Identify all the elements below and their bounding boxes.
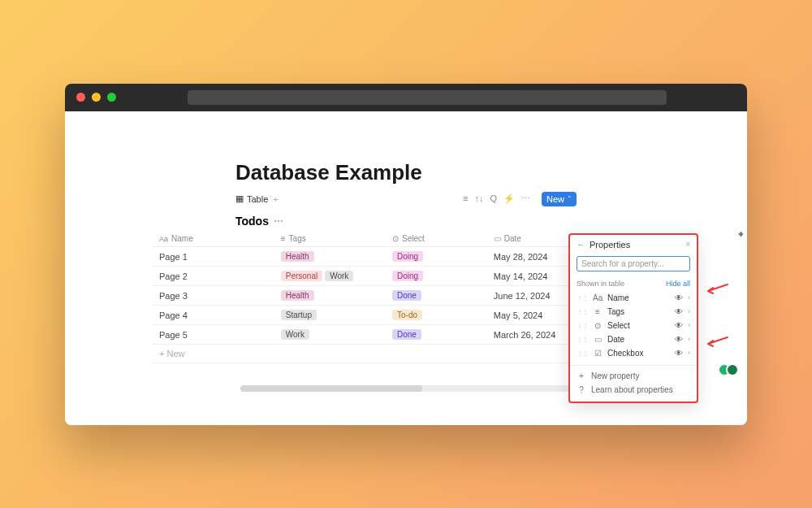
filter-icon[interactable]: ≡ <box>463 193 468 204</box>
select-pill[interactable]: Done <box>392 329 421 340</box>
drag-handle-icon[interactable]: ⋮⋮ <box>577 350 588 357</box>
cell-select[interactable]: Doing <box>386 267 487 286</box>
cell-name[interactable]: Page 1 <box>153 247 274 267</box>
col-date[interactable]: Date <box>504 234 521 243</box>
text-icon: Aa <box>159 235 168 243</box>
view-actions: ≡ ↑↓ Q ⚡ ⋯ <box>463 193 530 204</box>
help-icon: ? <box>577 385 586 394</box>
chevron-down-icon: ˅ <box>568 195 572 203</box>
chevron-right-icon[interactable]: › <box>688 321 690 329</box>
scrollbar-thumb[interactable] <box>240 385 422 392</box>
table-icon: ▦ <box>235 193 244 204</box>
titlebar <box>65 84 747 111</box>
property-row[interactable]: ⋮⋮▭Date👁› <box>570 332 697 346</box>
plus-icon: + <box>577 371 586 380</box>
database-more-icon[interactable]: ⋯ <box>274 215 283 227</box>
cell-select[interactable]: To-do <box>386 306 487 325</box>
avatar <box>726 363 739 376</box>
tab-table-label: Table <box>247 194 268 204</box>
select-pill[interactable]: To-do <box>392 310 422 320</box>
new-button[interactable]: New ˅ <box>542 192 577 206</box>
property-row[interactable]: ⋮⋮AaName👁› <box>570 291 697 305</box>
drag-handle-icon[interactable]: ⋮⋮ <box>577 294 588 302</box>
select-pill[interactable]: Doing <box>392 271 423 281</box>
sort-icon[interactable]: ↑↓ <box>474 193 483 204</box>
add-view-button[interactable]: + <box>273 194 278 204</box>
window-close-button[interactable] <box>76 93 85 102</box>
tag-pill[interactable]: Health <box>281 251 314 262</box>
col-select[interactable]: Select <box>402 234 425 243</box>
tab-table[interactable]: ▦ Table <box>235 193 268 204</box>
property-label: Date <box>607 335 670 344</box>
presence-avatars[interactable] <box>723 363 739 376</box>
new-button-label: New <box>546 194 564 204</box>
horizontal-scrollbar[interactable] <box>240 385 572 392</box>
chevron-right-icon[interactable]: › <box>688 335 690 343</box>
cell-tags[interactable]: Work <box>274 325 386 345</box>
view-toolbar: ▦ Table + ≡ ↑↓ Q ⚡ ⋯ New ˅ <box>65 185 747 206</box>
property-type-icon: ☑ <box>593 349 603 358</box>
window-zoom-button[interactable] <box>107 93 116 102</box>
visibility-toggle-icon[interactable]: 👁 <box>675 335 683 344</box>
cell-select[interactable]: Doing <box>386 247 487 267</box>
close-icon[interactable]: × <box>685 240 690 249</box>
cell-name[interactable]: Page 2 <box>153 267 274 286</box>
property-type-icon: Aa <box>593 293 603 302</box>
cell-select[interactable]: Done <box>386 325 487 345</box>
property-type-icon: ▭ <box>593 335 603 344</box>
properties-panel: ← Properties × Search for a property... … <box>568 233 698 403</box>
visibility-toggle-icon[interactable]: 👁 <box>675 293 683 302</box>
property-type-icon: ≡ <box>593 307 603 316</box>
property-label: Select <box>607 321 670 330</box>
window-minimize-button[interactable] <box>92 93 101 102</box>
visibility-toggle-icon[interactable]: 👁 <box>675 307 683 316</box>
property-label: Tags <box>607 307 670 316</box>
col-tags[interactable]: Tags <box>289 234 306 243</box>
multiselect-icon: ≡ <box>281 234 286 243</box>
cell-tags[interactable]: Health <box>274 286 386 306</box>
chevron-right-icon[interactable]: › <box>688 349 690 357</box>
select-pill[interactable]: Done <box>392 290 421 301</box>
col-name[interactable]: Name <box>171 234 193 243</box>
cell-name[interactable]: Page 5 <box>153 325 274 345</box>
property-row[interactable]: ⋮⋮≡Tags👁› <box>570 305 697 319</box>
property-label: Checkbox <box>607 349 670 358</box>
property-search-input[interactable]: Search for a property... <box>577 256 690 271</box>
visibility-toggle-icon[interactable]: 👁 <box>675 349 683 358</box>
tag-pill[interactable]: Work <box>325 271 353 281</box>
property-row[interactable]: ⋮⋮☑Checkbox👁› <box>570 346 697 360</box>
back-icon[interactable]: ← <box>577 240 585 249</box>
more-icon[interactable]: ⋯ <box>521 193 530 204</box>
database-title[interactable]: Todos <box>235 215 269 228</box>
zap-icon[interactable]: ⚡ <box>503 193 515 204</box>
tag-pill[interactable]: Health <box>281 290 314 301</box>
cell-select[interactable]: Done <box>386 286 487 306</box>
cell-tags[interactable]: Startup <box>274 306 386 325</box>
cell-name[interactable]: Page 3 <box>153 286 274 306</box>
select-pill[interactable]: Doing <box>392 251 423 262</box>
cell-name[interactable]: Page 4 <box>153 306 274 325</box>
tag-pill[interactable]: Personal <box>281 271 322 281</box>
app-window: Database Example ▦ Table + ≡ ↑↓ Q ⚡ ⋯ Ne… <box>65 84 747 425</box>
visibility-toggle-icon[interactable]: 👁 <box>675 321 683 330</box>
cell-tags[interactable]: PersonalWork <box>274 267 386 286</box>
drag-handle-icon[interactable]: ⋮⋮ <box>577 308 588 315</box>
drag-handle-icon[interactable]: ⋮⋮ <box>577 336 588 343</box>
tag-pill[interactable]: Work <box>281 329 309 340</box>
cursor-icon: ⌖ <box>738 228 744 240</box>
new-property-button[interactable]: + New property <box>570 369 697 383</box>
select-icon: ⊙ <box>392 234 399 243</box>
drag-handle-icon[interactable]: ⋮⋮ <box>577 322 588 329</box>
search-icon[interactable]: Q <box>490 193 497 204</box>
chevron-right-icon[interactable]: › <box>688 293 690 302</box>
chevron-right-icon[interactable]: › <box>688 307 690 315</box>
hide-all-link[interactable]: Hide all <box>666 280 690 288</box>
cell-tags[interactable]: Health <box>274 247 386 267</box>
property-label: Name <box>607 293 670 302</box>
property-type-icon: ⊙ <box>593 321 603 330</box>
learn-properties-link[interactable]: ? Learn about properties <box>570 383 697 397</box>
page-header: Database Example <box>65 111 747 185</box>
property-row[interactable]: ⋮⋮⊙Select👁› <box>570 319 697 332</box>
url-bar[interactable] <box>188 90 667 105</box>
tag-pill[interactable]: Startup <box>281 310 317 320</box>
